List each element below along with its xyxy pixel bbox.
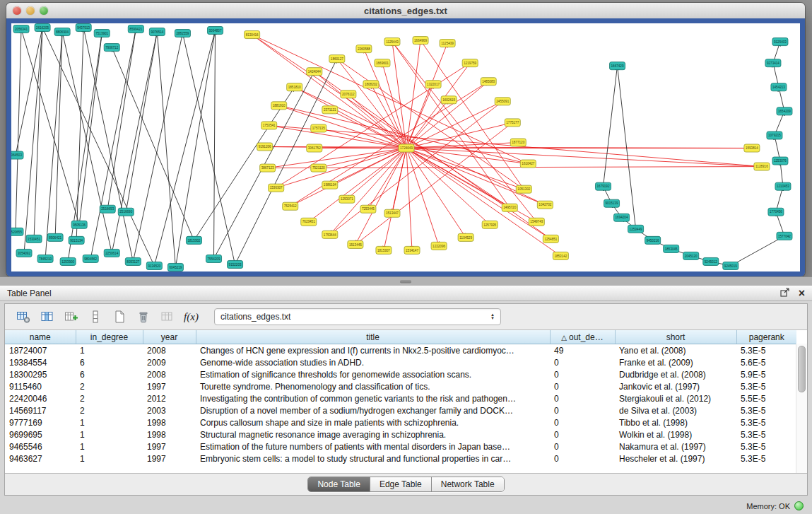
table-cell[interactable]: Jankovic et al. (1997): [615, 380, 736, 392]
table-cell[interactable]: 2: [76, 404, 143, 416]
graph-node[interactable]: 9125403: [772, 38, 788, 46]
graph-node[interactable]: 1851810: [287, 83, 302, 91]
graph-node[interactable]: 3867123: [260, 164, 276, 172]
graph-node[interactable]: 7845210: [37, 255, 53, 262]
table-cell[interactable]: 18724007: [5, 344, 76, 357]
graph-node[interactable]: 8599421: [128, 25, 143, 33]
new-table-button[interactable]: [110, 308, 129, 327]
graph-node[interactable]: 9437013: [76, 24, 91, 32]
graph-node[interactable]: 1664969: [413, 37, 428, 45]
table-cell[interactable]: 1: [76, 440, 143, 452]
float-panel-icon[interactable]: [780, 287, 790, 300]
graph-node[interactable]: 1257935: [482, 221, 498, 228]
graph-node[interactable]: 1454213: [771, 83, 787, 91]
column-header-name[interactable]: name: [5, 330, 76, 344]
graph-node[interactable]: 1669601: [375, 59, 390, 67]
table-cell[interactable]: Genome-wide association studies in ADHD.: [196, 356, 550, 368]
column-header-title[interactable]: title: [196, 330, 550, 344]
table-cell[interactable]: 1997: [143, 380, 196, 392]
graph-node[interactable]: 1064503: [11, 151, 23, 159]
graph-node[interactable]: 1602615: [441, 96, 457, 104]
function-builder-button[interactable]: f(x): [182, 308, 201, 327]
graph-node[interactable]: 2260588: [356, 45, 372, 53]
table-cell[interactable]: Nakamura et al. (1997): [615, 440, 736, 452]
graph-node[interactable]: 7525412: [283, 202, 298, 210]
table-cell[interactable]: 1998: [143, 416, 196, 428]
graph-node[interactable]: 1667429: [610, 62, 625, 70]
scrollbar-thumb[interactable]: [798, 346, 806, 392]
table-cell[interactable]: de Silva et al. (2003): [615, 404, 736, 416]
graph-node[interactable]: 1042702: [537, 201, 553, 209]
graph-node[interactable]: 9450216: [645, 236, 661, 244]
graph-node[interactable]: 2516693: [100, 205, 115, 213]
graph-node[interactable]: 2616205: [35, 24, 50, 32]
graph-node[interactable]: 1322017: [425, 81, 441, 88]
column-header-out-de-[interactable]: △out_de…: [550, 330, 615, 344]
table-cell[interactable]: 2008: [143, 368, 196, 380]
graph-node[interactable]: 1219759: [462, 59, 478, 67]
table-cell[interactable]: 9777169: [5, 416, 76, 428]
graph-node[interactable]: 1104529: [458, 233, 473, 241]
row-tools-button[interactable]: [86, 308, 105, 327]
table-cell[interactable]: Embryonic stem cells: a model to study s…: [196, 452, 550, 465]
table-mode-button[interactable]: [13, 308, 33, 327]
column-header-year[interactable]: year: [143, 330, 196, 344]
table-cell[interactable]: Tourette syndrome. Phenomenology and cla…: [196, 380, 550, 392]
table-cell[interactable]: 2: [76, 380, 143, 392]
table-cell[interactable]: 49: [550, 344, 615, 357]
table-row[interactable]: 946362711997Embryonic stem cells: a mode…: [5, 452, 796, 465]
graph-node[interactable]: 1770456: [768, 208, 784, 216]
graph-node[interactable]: 9152203: [228, 260, 243, 268]
graph-node[interactable]: 1753541: [261, 122, 277, 129]
table-row[interactable]: 1830029562008Estimation of significance …: [5, 368, 796, 380]
table-cell[interactable]: 2003: [143, 404, 196, 416]
graph-node[interactable]: 1853142: [553, 252, 568, 259]
graph-node[interactable]: 8906421: [47, 233, 63, 241]
table-row[interactable]: 911546021997Tourette syndrome. Phenomeno…: [5, 380, 796, 392]
graph-node[interactable]: 1051302: [516, 185, 531, 193]
tab-node-table[interactable]: Node Table: [308, 477, 370, 491]
new-column-button[interactable]: [61, 308, 81, 327]
graph-node[interactable]: 9191206: [257, 143, 273, 151]
minimize-window-button[interactable]: [26, 6, 35, 15]
graph-node[interactable]: 1495720: [502, 204, 517, 211]
graph-node[interactable]: 7906712: [104, 44, 119, 52]
graph-node[interactable]: 8130416: [245, 31, 260, 39]
divider-grip-icon[interactable]: [400, 280, 411, 284]
graph-node[interactable]: 1253449: [628, 225, 644, 233]
graph-node[interactable]: 1694204: [614, 214, 630, 221]
table-cell[interactable]: 0: [550, 380, 615, 392]
table-cell[interactable]: 5.3E-5: [736, 344, 796, 357]
graph-node[interactable]: 1530451: [26, 235, 42, 243]
graph-node[interactable]: 9804562: [83, 255, 98, 262]
graph-node[interactable]: 9015134: [69, 236, 84, 244]
table-cell[interactable]: Franke et al. (2009): [615, 356, 736, 368]
table-row[interactable]: 969969511998Structural magnetic resonanc…: [5, 428, 796, 440]
table-row[interactable]: 977716911998Corpus callosum shape and si…: [5, 416, 796, 428]
graph-node[interactable]: 1534147: [404, 246, 420, 254]
table-cell[interactable]: Investigating the contribution of common…: [196, 392, 550, 404]
table-cell[interactable]: 0: [550, 392, 615, 404]
graph-node[interactable]: 1210453: [775, 182, 791, 190]
table-cell[interactable]: 1: [76, 428, 143, 440]
table-cell[interactable]: 1997: [143, 452, 196, 465]
tab-edge-table[interactable]: Edge Table: [370, 477, 432, 491]
graph-node[interactable]: 1549743: [529, 218, 544, 226]
table-cell[interactable]: 2: [76, 392, 143, 404]
table-cell[interactable]: Changes of HCN gene expression and I(f) …: [196, 344, 550, 357]
graph-node[interactable]: 1424044: [307, 68, 322, 76]
graph-node[interactable]: 3054092: [16, 249, 32, 257]
table-cell[interactable]: 5.3E-5: [736, 428, 796, 440]
table-cell[interactable]: 5.3E-5: [736, 404, 796, 416]
table-cell[interactable]: 19384554: [5, 356, 76, 368]
graph-node[interactable]: 1757135: [311, 124, 326, 132]
graph-node[interactable]: 1753644: [322, 230, 338, 238]
graph-node[interactable]: 1610427: [520, 160, 536, 168]
graph-node[interactable]: 9134520: [146, 262, 162, 269]
graph-node[interactable]: 1222096: [431, 242, 447, 250]
graph-node[interactable]: 1679192: [595, 182, 611, 190]
graph-node[interactable]: 1253071: [339, 195, 355, 203]
table-scrollbar[interactable]: [796, 344, 807, 473]
graph-node[interactable]: 8053127: [125, 257, 141, 265]
graph-node[interactable]: 1815302: [186, 236, 201, 244]
